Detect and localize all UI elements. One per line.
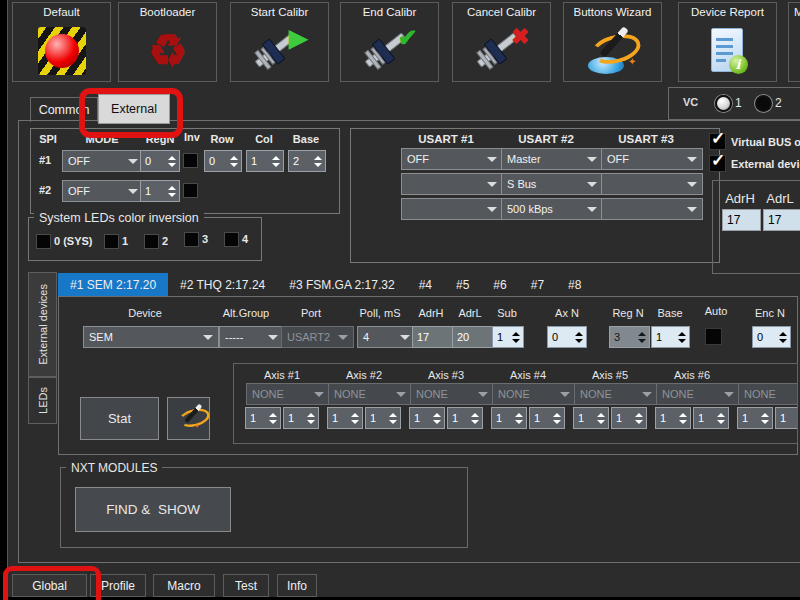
usart2-speed-value: 500 kBps (507, 203, 553, 215)
usart3-option-dropdown[interactable] (601, 173, 703, 195)
bottom-tab-info[interactable]: Info (277, 574, 317, 597)
device-tab-7[interactable]: #7 (519, 273, 556, 296)
device-tab-1[interactable]: #1 SEM 2:17.20 (58, 273, 168, 296)
bottom-tab-test[interactable]: Test (223, 574, 269, 597)
find-and-show-button[interactable]: FIND & SHOW (75, 487, 231, 532)
bootloader-button[interactable]: Bootloader ♻ (118, 2, 217, 82)
axis3-stepper-a[interactable]: 1 (409, 407, 445, 429)
vc-radio-1[interactable] (715, 95, 732, 112)
spi2-inv-checkbox[interactable] (183, 183, 198, 198)
axis4-stepper-a[interactable]: 1 (491, 407, 527, 429)
vc-radio-2[interactable] (755, 95, 772, 112)
external-devices-checkbox[interactable] (709, 155, 726, 172)
axis7-dropdown[interactable]: NONE (738, 383, 798, 405)
spi1-regn-stepper[interactable]: 0 (140, 150, 180, 172)
bottom-tab-macro[interactable]: Macro (153, 574, 215, 597)
axis4-a-value: 1 (492, 412, 515, 424)
axis6-dropdown[interactable]: NONE (656, 383, 740, 405)
axis2-label: Axis #2 (328, 369, 400, 381)
axis6-stepper-b[interactable]: 1 (693, 407, 729, 429)
base-stepper[interactable]: 1 (651, 326, 690, 348)
virtual-bus-checkbox[interactable] (709, 133, 726, 150)
device-tab-8[interactable]: #8 (556, 273, 593, 296)
usart3-speed-dropdown[interactable] (601, 198, 703, 220)
stat-button[interactable]: Stat (80, 397, 159, 440)
adrh-field[interactable]: 17 (722, 209, 761, 231)
axis3-dropdown[interactable]: NONE (410, 383, 494, 405)
spi1-row-stepper[interactable]: 0 (204, 150, 242, 172)
led2-checkbox[interactable] (144, 234, 159, 249)
dev-adrh-field[interactable]: 17 (412, 326, 454, 348)
auto-checkbox[interactable] (705, 328, 722, 345)
device-wizard-button[interactable]: ✦ (167, 397, 210, 440)
usart3-mode-dropdown[interactable]: OFF (601, 148, 703, 170)
usart1-speed-dropdown[interactable] (401, 198, 503, 220)
encn-stepper[interactable]: 0 (752, 326, 791, 348)
device-tab-4[interactable]: #4 (407, 273, 444, 296)
spi1-mode-dropdown[interactable]: OFF (62, 150, 144, 172)
axis4-dropdown[interactable]: NONE (492, 383, 576, 405)
start-calibr-button[interactable]: Start Calibr ▶ (230, 2, 329, 82)
device-tab-5[interactable]: #5 (444, 273, 481, 296)
axis1-dropdown[interactable]: NONE (246, 383, 330, 405)
usart2-mode-dropdown[interactable]: Master (501, 148, 603, 170)
buttons-wizard-button[interactable]: Buttons Wizard ✦ (563, 2, 662, 82)
bottom-tab-global[interactable]: Global (12, 574, 87, 597)
sub-stepper[interactable]: 1 (492, 326, 524, 348)
alt-group-dropdown[interactable]: ----- (219, 326, 284, 348)
tab-common[interactable]: Common (30, 97, 98, 122)
default-button[interactable]: Default (12, 2, 111, 82)
axis6-stepper-a[interactable]: 1 (655, 407, 691, 429)
axis4-stepper-b[interactable]: 1 (529, 407, 565, 429)
device-dropdown[interactable]: SEM (83, 326, 219, 348)
spi2-mode-dropdown[interactable]: OFF (62, 180, 144, 202)
led0-label: 0 (SYS) (54, 235, 98, 247)
usart2-option-dropdown[interactable]: S Bus (501, 173, 603, 195)
usart2-speed-dropdown[interactable]: 500 kBps (501, 198, 603, 220)
axis1-stepper-b[interactable]: 1 (283, 407, 319, 429)
adrl-label: AdrL (762, 191, 798, 206)
bottom-tab-profile[interactable]: Profile (90, 574, 146, 597)
cutoff-toolbar-button[interactable]: M (788, 2, 800, 82)
usart1-mode-dropdown[interactable]: OFF (401, 148, 503, 170)
led1-checkbox[interactable] (104, 234, 119, 249)
spi2-regn-stepper[interactable]: 1 (140, 180, 180, 202)
axis5-dropdown[interactable]: NONE (574, 383, 658, 405)
axis3-stepper-b[interactable]: 1 (447, 407, 483, 429)
led3-checkbox[interactable] (184, 232, 199, 247)
spi1-base-stepper[interactable]: 2 (288, 150, 326, 172)
tab-external[interactable]: External (98, 94, 170, 124)
usart1-option-dropdown[interactable] (401, 173, 503, 195)
regn-value: 3 (610, 331, 638, 343)
end-calibr-button[interactable]: End Calibr ✔ (340, 2, 439, 82)
axis5-stepper-a[interactable]: 1 (573, 407, 609, 429)
spi1-col-stepper[interactable]: 1 (246, 150, 284, 172)
adrl-field[interactable]: 17 (763, 209, 800, 231)
port-dropdown[interactable]: USART2 (281, 326, 354, 348)
axn-stepper[interactable]: 0 (547, 326, 587, 348)
caliper-check-icon: ✔ (362, 26, 418, 76)
device-tab-strip: #1 SEM 2:17.20 #2 THQ 2:17.24 #3 FSM.GA … (58, 273, 593, 296)
cancel-calibr-label: Cancel Calibr (453, 6, 550, 18)
axis7-stepper-a[interactable]: 1 (737, 407, 773, 429)
axis2-dropdown[interactable]: NONE (328, 383, 412, 405)
axis1-stepper-a[interactable]: 1 (245, 407, 281, 429)
axis5-stepper-b[interactable]: 1 (611, 407, 647, 429)
regn-stepper[interactable]: 3 (609, 326, 650, 348)
dev-adrl-field[interactable]: 20 (452, 326, 494, 348)
device-report-button[interactable]: Device Report i (678, 2, 777, 82)
device-tab-3[interactable]: #3 FSM.GA 2:17.32 (277, 273, 406, 296)
axis2-stepper-b[interactable]: 1 (365, 407, 401, 429)
axis7-stepper-b[interactable]: 1 (775, 407, 798, 429)
led4-checkbox[interactable] (224, 232, 239, 247)
side-tab-external-devices[interactable]: External devices (28, 272, 57, 377)
cancel-calibr-button[interactable]: Cancel Calibr ✖ (452, 2, 551, 82)
led0-checkbox[interactable] (36, 234, 51, 249)
poll-dropdown[interactable]: 4 (357, 326, 416, 348)
axis2-stepper-a[interactable]: 1 (327, 407, 363, 429)
device-tab-6[interactable]: #6 (481, 273, 518, 296)
device-tab-2[interactable]: #2 THQ 2:17.24 (168, 273, 277, 296)
spi1-inv-checkbox[interactable] (183, 153, 198, 168)
side-tab-leds[interactable]: LEDs (28, 377, 57, 424)
axis5-b-value: 1 (612, 412, 635, 424)
